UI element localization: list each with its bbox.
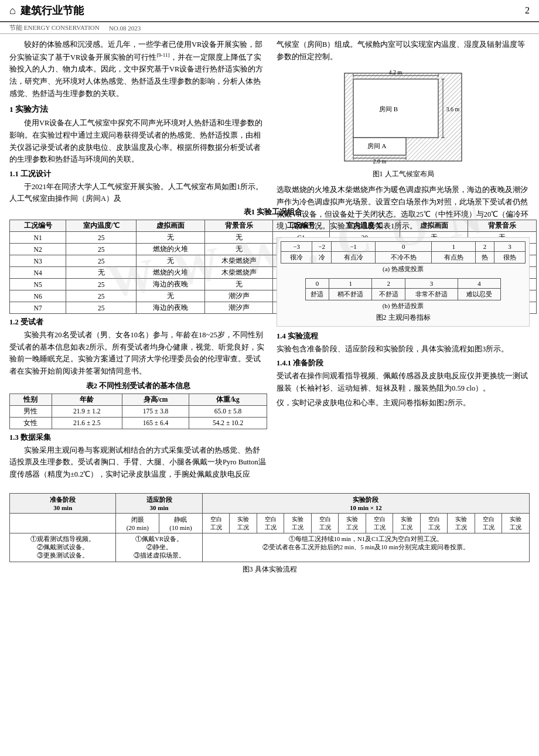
scale-a-container: −3 −2 −1 0 1 2 3 很冷 冷 有点冷 不冷不热 (281, 241, 526, 273)
col-header: 性别 (10, 394, 52, 405)
scale-b-label: 非常不舒适 (405, 288, 458, 300)
right-column: 气候室（房间B）组成。气候舱内室可以实现室内温度、湿度及辐射温度等参数的恒定控制… (277, 39, 530, 483)
table-cell: 21.6 ± 2.5 (52, 417, 122, 429)
table-cell: 25 (66, 302, 137, 314)
table-cell: 54.2 ± 10.2 (189, 417, 267, 429)
table-cell: N4 (10, 267, 66, 279)
para-r1: 气候室（房间B）组成。气候舱内室可以实现室内温度、湿度及辐射温度等参数的恒定控制… (277, 39, 530, 63)
flow-stage-prep: 准备阶段 30 min (10, 494, 116, 514)
fig1-caption: 图1 人工气候室布局 (277, 169, 530, 179)
flow-cell-exp12: 实验工况 (502, 514, 530, 533)
flow-cell-exp7: 空白工况 (366, 514, 393, 533)
table-cell: 无 (137, 232, 205, 244)
flow-cell-exp3: 空白工况 (257, 514, 284, 533)
scale-figure: −3 −2 −1 0 1 2 3 很冷 冷 有点冷 不冷不热 (277, 237, 530, 327)
table-cell: N6 (10, 290, 66, 302)
flow-stage-adapt: 适应阶段30 min (116, 494, 202, 514)
scale-b-table: 0 1 2 3 4 舒适 稍不舒适 不舒适 非常不舒适 难以忍受 (305, 278, 501, 300)
para1: 较好的体验感和沉浸感。近几年，一些学者已使用VR设备开展实验，部分实验证实了基于… (9, 39, 267, 100)
scale-a-label: 有点热 (432, 251, 476, 263)
scale-a-val: 3 (494, 241, 525, 251)
table-row: 男性21.9 ± 1.2175 ± 3.865.0 ± 5.8 (10, 405, 267, 417)
room-svg: 房间 B 房间 A 4.2 m 3.6 m (339, 67, 468, 167)
para5: 实验采用主观问卷与客观测试相结合的方式采集受试者的热感觉、热舒适投票及生理参数。… (9, 444, 267, 481)
table-cell: 无 (204, 244, 273, 255)
subsec13-heading: 1.3 数据采集 (9, 433, 267, 443)
svg-text:4.2 m: 4.2 m (389, 69, 402, 76)
svg-text:房间 A: 房间 A (367, 142, 387, 149)
scale-b-val: 2 (372, 278, 405, 288)
table-cell: 海边的夜晚 (137, 279, 205, 290)
col-header: 身高/cm (122, 394, 189, 405)
header: ⌂ 建筑行业节能 2 (0, 0, 539, 22)
flow-subheader-row: 闭眼(20 min) 静眠(10 min) 空白工况 实验工况 空白工况 实验工… (10, 514, 530, 533)
table-cell: N5 (10, 279, 66, 290)
table-cell: 165 ± 6.4 (122, 417, 189, 429)
flow-cell-exp5: 空白工况 (311, 514, 339, 533)
scale-b-container: 0 1 2 3 4 舒适 稍不舒适 不舒适 非常不舒适 难以忍受 (281, 278, 526, 310)
flow-cell-exp10: 实验工况 (448, 514, 475, 533)
scale-b-label: 不舒适 (372, 288, 405, 300)
col-header: 工况编号 (10, 220, 66, 232)
flow-table: 准备阶段 30 min 适应阶段30 min 实验阶段10 min × 12 闭… (9, 493, 530, 562)
flow-cell-static: 静眠(10 min) (159, 514, 203, 533)
para2: 使用VR设备在人工气候室中探究不同声光环境对人热舒适和生理参数的影响。在实验过程… (9, 117, 267, 166)
table-cell: 25 (66, 290, 137, 302)
page-number: 2 (525, 5, 530, 16)
scale-a-val: 0 (375, 241, 432, 251)
flow-cell-exp9: 空白工况 (420, 514, 448, 533)
scale-a-val: 2 (476, 241, 494, 251)
table-cell: N3 (10, 255, 66, 267)
svg-text:2.0 m: 2.0 m (373, 158, 387, 165)
flow-note2: ①佩戴VR设备。②静坐。③描述虚拟场景。 (116, 533, 202, 562)
flow-header-row: 准备阶段 30 min 适应阶段30 min 实验阶段10 min × 12 (10, 494, 530, 514)
col-header: 体重/kg (189, 394, 267, 405)
scale-a-val: 1 (432, 241, 476, 251)
para4: 实验共有20名受试者（男、女各10名）参与，年龄在18~25岁，不同性别受试者的… (9, 329, 267, 378)
table-cell: 潮汐声 (204, 302, 273, 314)
col-header: 室内温度/℃ (66, 220, 137, 232)
table2-container: 表2 不同性别受试者的基本信息 性别 年龄 身高/cm 体重/kg 男性21.9… (9, 381, 267, 429)
scale-a-val: −2 (312, 241, 332, 251)
scale-b-title: (b) 热舒适投票 (281, 302, 526, 310)
table-cell: 女性 (10, 417, 52, 429)
flow-note1: ①观看测试指导视频。②佩戴测试设备。③更换测试设备。 (10, 533, 116, 562)
svg-text:3.6 m: 3.6 m (446, 106, 460, 112)
table2-title: 表2 不同性别受试者的基本信息 (9, 381, 267, 391)
subheader: 节能 ENERGY CONSERVATION NO.08 2023 (0, 22, 539, 34)
scale-a-label: 有点冷 (332, 251, 376, 263)
table-cell: 海边的夜晚 (137, 302, 205, 314)
footnote-sup: [9-11] (156, 52, 169, 58)
table-cell: N1 (10, 232, 66, 244)
scale-a-label: 热 (476, 251, 494, 263)
table-cell: 木柴燃烧声 (204, 255, 273, 267)
para3: 于2021年在同济大学人工气候室开展实验。人工气候室布局如图1所示。人工气候室由… (9, 181, 267, 205)
main-content: 较好的体验感和沉浸感。近几年，一些学者已使用VR设备开展实验，部分实验证实了基于… (0, 34, 539, 487)
flow-cell-exp2: 实验工况 (230, 514, 257, 533)
table-cell: 无 (204, 279, 273, 290)
scale-a-label: 不冷不热 (375, 251, 432, 263)
flow-stage-exp: 实验阶段10 min × 12 (202, 494, 529, 514)
scale-a-label: 冷 (312, 251, 332, 263)
table-cell: 无 (66, 267, 137, 279)
table2-header-row: 性别 年龄 身高/cm 体重/kg (10, 394, 267, 405)
scale-b-label: 稍不舒适 (329, 288, 372, 300)
col-header: 背景音乐 (204, 220, 273, 232)
scale-b-val: 0 (305, 278, 329, 288)
table-cell: 燃烧的火堆 (137, 244, 205, 255)
table-cell: 木柴燃烧声 (204, 267, 273, 279)
fig3-caption: 图3 具体实验流程 (9, 565, 530, 574)
scale-a-label: 很冷 (281, 251, 312, 263)
flow-cell-exp6: 实验工况 (339, 514, 366, 533)
flow-cell-exp1: 空白工况 (202, 514, 230, 533)
scale-a-label: 很热 (494, 251, 525, 263)
flow-cell-empty (10, 514, 116, 533)
table-cell: 燃烧的火堆 (137, 267, 205, 279)
subheader-left: 节能 ENERGY CONSERVATION (9, 23, 100, 32)
header-title: 建筑行业节能 (21, 4, 84, 18)
subsec12-heading: 1.2 受试者 (9, 317, 267, 327)
table-cell: N7 (10, 302, 66, 314)
scale-a-title: (a) 热感觉投票 (281, 265, 526, 273)
section1-heading: 1 实验方法 (9, 104, 267, 115)
left-column: 较好的体验感和沉浸感。近几年，一些学者已使用VR设备开展实验，部分实验证实了基于… (9, 39, 267, 483)
